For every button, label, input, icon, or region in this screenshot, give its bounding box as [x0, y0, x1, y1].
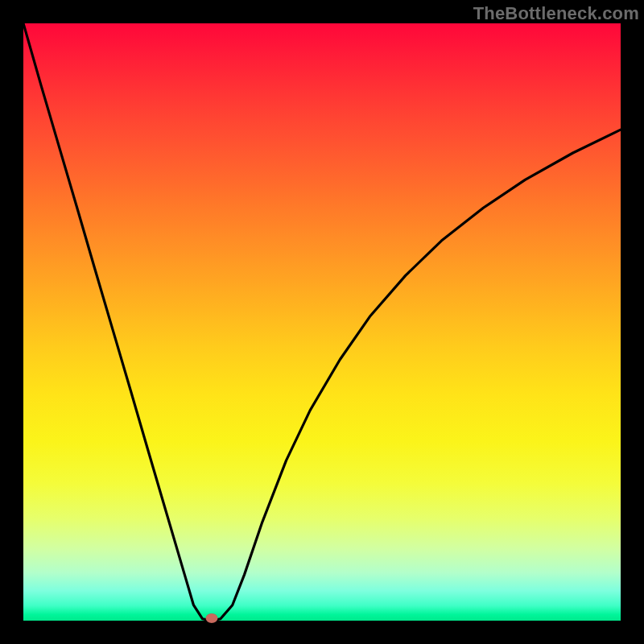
bottleneck-curve	[23, 23, 621, 621]
watermark-text: TheBottleneck.com	[473, 3, 639, 24]
chart-container: TheBottleneck.com	[0, 0, 644, 644]
minimum-marker	[205, 613, 217, 623]
plot-area	[23, 23, 621, 621]
